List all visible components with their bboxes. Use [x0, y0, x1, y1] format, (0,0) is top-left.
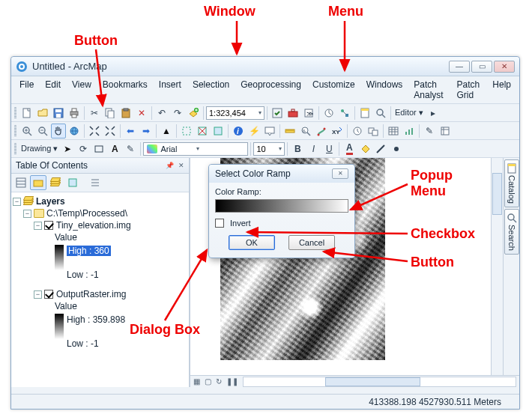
open-icon[interactable]	[35, 106, 50, 121]
copy-icon[interactable]	[103, 106, 118, 121]
menu-file[interactable]: File	[14, 78, 39, 102]
menu-patch-grid[interactable]: Patch Grid	[451, 78, 486, 102]
html-popup-icon[interactable]	[262, 124, 277, 139]
fill-color-button[interactable]	[357, 141, 372, 156]
next-extent-icon[interactable]: ➡	[139, 124, 154, 139]
marker-color-button[interactable]	[389, 141, 404, 156]
horizontal-scrollbar[interactable]	[243, 377, 516, 387]
close-button[interactable]: ✕	[494, 61, 515, 73]
rect-icon[interactable]	[91, 141, 106, 156]
layer-checkbox[interactable]	[44, 221, 53, 230]
print-icon[interactable]	[67, 106, 82, 121]
editor-pointer-icon[interactable]: ▸	[426, 106, 441, 121]
search-window-icon[interactable]	[373, 106, 388, 121]
toolbox-icon[interactable]	[285, 106, 300, 121]
hyperlink-icon[interactable]: ⚡	[247, 124, 262, 139]
new-doc-icon[interactable]	[19, 106, 34, 121]
menu-windows[interactable]: Windows	[361, 78, 408, 102]
list-by-visibility-icon[interactable]	[47, 175, 64, 190]
list-by-source-icon[interactable]	[30, 175, 46, 190]
pause-icon[interactable]: ❚❚	[226, 377, 238, 386]
text-tool-icon[interactable]: A	[107, 141, 122, 156]
pan-icon[interactable]	[51, 124, 66, 139]
rotate-icon[interactable]: ⟳	[76, 141, 91, 156]
paste-icon[interactable]	[118, 106, 133, 121]
pin-icon[interactable]: 📌	[166, 162, 174, 169]
dialog-close-icon[interactable]: ✕	[332, 168, 348, 179]
catalog-icon[interactable]	[357, 106, 372, 121]
save-icon[interactable]	[51, 106, 66, 121]
bold-button[interactable]: B	[290, 141, 305, 156]
zoom-in-icon[interactable]	[19, 124, 34, 139]
menu-bookmarks[interactable]: Bookmarks	[97, 78, 153, 102]
model-builder-icon[interactable]	[337, 106, 352, 121]
time-slider-icon[interactable]	[321, 106, 336, 121]
select-arrow-icon[interactable]: ➤	[60, 141, 75, 156]
layer-checkbox[interactable]	[44, 290, 53, 299]
select-elements-icon[interactable]: ▲	[159, 124, 174, 139]
editor-label[interactable]: Editor ▾	[395, 108, 423, 118]
delete-icon[interactable]: ✕	[134, 106, 149, 121]
menu-help[interactable]: Help	[487, 78, 516, 102]
font-color-button[interactable]: A	[342, 141, 357, 156]
table-icon[interactable]	[386, 124, 401, 139]
catalog-tab[interactable]: Catalog	[504, 159, 519, 207]
fixed-zoom-out-icon[interactable]	[103, 124, 118, 139]
scale-selector[interactable]: 1:323,454	[206, 106, 265, 120]
toc-header[interactable]: Table Of Contents 📌✕	[11, 158, 189, 174]
editor-toolbar-icon[interactable]	[270, 106, 285, 121]
titlebar[interactable]: Untitled - ArcMap — ▭ ✕	[11, 57, 519, 76]
edit-text-icon[interactable]: ✎	[123, 141, 138, 156]
python-icon[interactable]: ≫	[301, 106, 316, 121]
fixed-zoom-in-icon[interactable]	[87, 124, 102, 139]
layout-view-icon[interactable]: ▢	[205, 377, 211, 386]
edit-vertex-icon[interactable]: ✎	[422, 124, 437, 139]
font-size-selector[interactable]: 10	[253, 142, 285, 156]
search-tab[interactable]: Search	[504, 209, 519, 255]
identify-icon[interactable]: i	[231, 124, 246, 139]
select-by-attributes-icon[interactable]	[211, 124, 226, 139]
refresh-icon[interactable]: ↻	[216, 377, 222, 386]
measure-icon[interactable]	[282, 124, 297, 139]
ok-button[interactable]: OK	[229, 235, 275, 250]
font-selector[interactable]: Arial	[143, 142, 248, 156]
cut-icon[interactable]: ✂	[87, 106, 102, 121]
add-data-icon[interactable]	[186, 106, 201, 121]
toc-tree[interactable]: −Layers −C:\Temp\Processed\ −Tiny_elevat…	[11, 192, 189, 387]
select-features-icon[interactable]	[179, 124, 194, 139]
cancel-button[interactable]: Cancel	[288, 235, 335, 250]
maximize-button[interactable]: ▭	[471, 61, 492, 73]
minimize-button[interactable]: —	[449, 61, 470, 73]
menu-view[interactable]: View	[67, 78, 97, 102]
expander-icon[interactable]: −	[34, 290, 42, 299]
menu-insert[interactable]: Insert	[154, 78, 187, 102]
full-extent-icon[interactable]	[67, 124, 82, 139]
undo-icon[interactable]: ↶	[154, 106, 169, 121]
find-route-icon[interactable]	[314, 124, 329, 139]
italic-button[interactable]: I	[306, 141, 321, 156]
goto-xy-icon[interactable]: XY	[330, 124, 345, 139]
expander-icon[interactable]: −	[34, 222, 42, 230]
zoom-out-icon[interactable]	[35, 124, 50, 139]
time-icon[interactable]	[350, 124, 365, 139]
data-view-icon[interactable]: ▦	[193, 377, 200, 386]
menu-geoprocessing[interactable]: Geoprocessing	[235, 78, 306, 102]
color-ramp-dropdown[interactable]	[215, 199, 348, 213]
high-value-selected[interactable]: High : 360	[67, 246, 111, 256]
vertical-scrollbar[interactable]	[491, 158, 503, 375]
list-by-drawing-icon[interactable]	[13, 175, 29, 190]
drawing-label[interactable]: Drawing ▾	[21, 144, 58, 153]
graph-icon[interactable]	[402, 124, 417, 139]
invert-checkbox[interactable]	[215, 219, 224, 228]
dialog-titlebar[interactable]: Select Color Ramp ✕	[209, 165, 354, 183]
underline-button[interactable]: U	[321, 141, 336, 156]
find-icon[interactable]	[298, 124, 313, 139]
prev-extent-icon[interactable]: ⬅	[123, 124, 138, 139]
menu-edit[interactable]: Edit	[40, 78, 66, 102]
menu-selection[interactable]: Selection	[187, 78, 235, 102]
list-by-selection-icon[interactable]	[64, 175, 81, 190]
redo-icon[interactable]: ↷	[170, 106, 185, 121]
expander-icon[interactable]: −	[13, 198, 21, 206]
attributes-icon[interactable]	[438, 124, 453, 139]
toc-options-icon[interactable]	[87, 175, 103, 190]
